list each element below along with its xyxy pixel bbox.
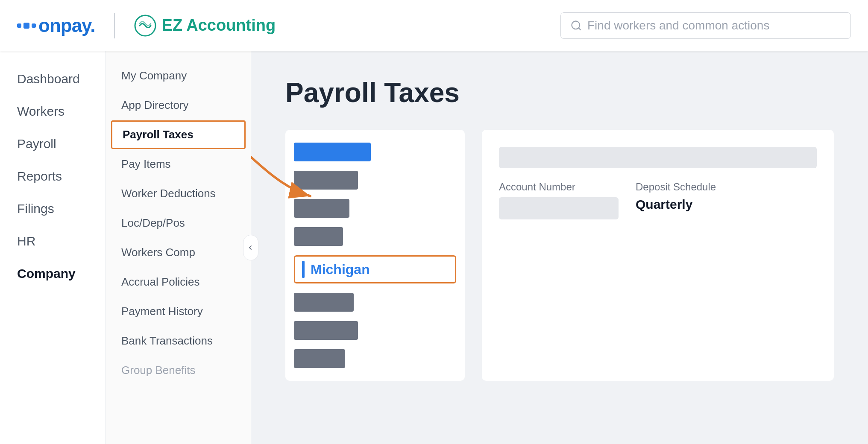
- onpay-dot-1: [17, 23, 21, 28]
- account-number-input[interactable]: [499, 197, 619, 219]
- subnav-payroll-taxes[interactable]: Payroll Taxes: [111, 120, 246, 149]
- svg-point-1: [572, 21, 580, 29]
- deposit-schedule-label: Deposit Schedule: [636, 181, 716, 193]
- tax-list-item-4[interactable]: [294, 227, 343, 246]
- tax-list-item-2[interactable]: [294, 171, 358, 190]
- content-area: Michigan Account Number Deposit Schedule: [285, 130, 834, 381]
- michigan-bar-icon: [302, 261, 305, 278]
- onpay-dot-2: [23, 23, 29, 29]
- subnav-my-company[interactable]: My Company: [106, 61, 251, 90]
- subnav-accrual-policies[interactable]: Accrual Policies: [106, 268, 251, 296]
- sidebar-collapse-button[interactable]: [243, 235, 258, 260]
- subnav-group-benefits[interactable]: Group Benefits: [106, 356, 251, 385]
- deposit-schedule-value: Quarterly: [636, 197, 716, 212]
- main-content: Payroll Taxes Michigan: [251, 51, 868, 444]
- ez-accounting-area: EZ Accounting: [134, 14, 276, 37]
- search-icon: [570, 20, 582, 32]
- sidebar-item-workers[interactable]: Workers: [0, 96, 106, 126]
- sidebar-item-filings[interactable]: Filings: [0, 194, 106, 224]
- tax-list-panel: Michigan: [285, 130, 465, 381]
- subnav-app-directory[interactable]: App Directory: [106, 91, 251, 120]
- ez-accounting-icon: [134, 14, 157, 37]
- subnav-bank-transactions[interactable]: Bank Transactions: [106, 327, 251, 355]
- onpay-dots-icon: [17, 23, 36, 29]
- search-placeholder-text: Find workers and common actions: [587, 19, 769, 32]
- tax-detail-panel: Account Number Deposit Schedule Quarterl…: [482, 130, 834, 381]
- primary-sidebar: Dashboard Workers Payroll Reports Filing…: [0, 51, 106, 444]
- sidebar-item-company[interactable]: Company: [0, 259, 106, 289]
- logo-area: onpay. EZ Accounting: [17, 13, 276, 38]
- detail-top-bar: [499, 147, 817, 168]
- deposit-schedule-group: Deposit Schedule Quarterly: [636, 181, 716, 212]
- search-bar[interactable]: Find workers and common actions: [560, 12, 851, 39]
- sidebar-item-reports[interactable]: Reports: [0, 161, 106, 191]
- account-number-group: Account Number: [499, 181, 619, 219]
- onpay-dot-3: [32, 23, 36, 28]
- account-number-label: Account Number: [499, 181, 619, 193]
- tax-list-item-1[interactable]: [294, 143, 371, 161]
- layout: Dashboard Workers Payroll Reports Filing…: [0, 51, 868, 444]
- tax-list-item-3[interactable]: [294, 199, 349, 218]
- tax-list-item-6[interactable]: [294, 293, 354, 312]
- michigan-item[interactable]: Michigan: [294, 255, 456, 283]
- svg-line-2: [578, 28, 581, 30]
- page-title: Payroll Taxes: [285, 77, 834, 108]
- sidebar-item-hr[interactable]: HR: [0, 226, 106, 256]
- subnav-loc-dep-pos[interactable]: Loc/Dep/Pos: [106, 209, 251, 237]
- header: onpay. EZ Accounting Find workers and co…: [0, 0, 868, 51]
- secondary-sidebar: My Company App Directory Payroll Taxes P…: [106, 51, 251, 444]
- tax-list-item-8[interactable]: [294, 349, 345, 368]
- sidebar-item-dashboard[interactable]: Dashboard: [0, 64, 106, 94]
- subnav-pay-items[interactable]: Pay Items: [106, 150, 251, 178]
- michigan-label: Michigan: [311, 262, 370, 278]
- onpay-logo: onpay.: [17, 15, 95, 36]
- sidebar-item-payroll[interactable]: Payroll: [0, 129, 106, 159]
- subnav-workers-comp[interactable]: Workers Comp: [106, 238, 251, 267]
- subnav-payment-history[interactable]: Payment History: [106, 297, 251, 326]
- header-divider: [114, 13, 115, 38]
- ez-accounting-text: EZ Accounting: [162, 16, 276, 35]
- detail-fields-row: Account Number Deposit Schedule Quarterl…: [499, 181, 817, 219]
- tax-list-item-7[interactable]: [294, 321, 358, 340]
- subnav-worker-deductions[interactable]: Worker Deductions: [106, 179, 251, 208]
- onpay-logo-text: onpay.: [38, 15, 95, 36]
